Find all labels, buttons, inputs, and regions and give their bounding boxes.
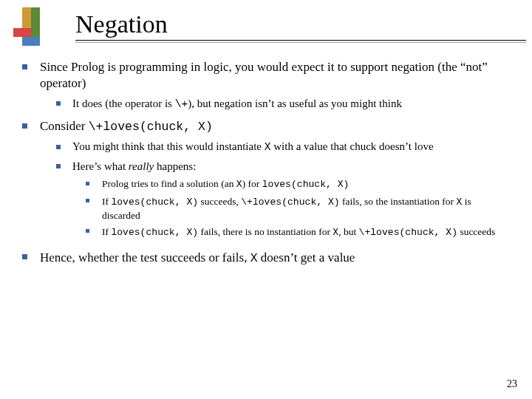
code-x: X — [236, 179, 242, 190]
code-notplus: \+ — [175, 98, 188, 110]
text: If — [102, 196, 111, 207]
text: with a value that chuck doesn’t love — [270, 140, 433, 152]
square-bullet-icon — [22, 123, 27, 129]
code-notloves: \+loves(chuck, X) — [359, 227, 457, 238]
page-title: Negation — [75, 10, 510, 38]
bullet-text: Since Prolog is programming in logic, yo… — [40, 60, 488, 90]
text: If — [102, 226, 111, 237]
bullet-consider: Consider \+loves(chuck, X) You might thi… — [22, 118, 510, 239]
text: Prolog tries to find a solution (an — [102, 178, 236, 189]
square-bullet-icon — [86, 182, 89, 185]
slide: Negation Since Prolog is programming in … — [0, 0, 532, 399]
square-bullet-icon — [22, 254, 27, 259]
title-rule-bottom — [75, 42, 526, 43]
code-loves: loves(chuck, X) — [111, 197, 198, 208]
page-number: 23 — [507, 378, 517, 390]
bullet-hence: Hence, whether the test succeeds or fail… — [22, 250, 510, 266]
square-bullet-icon — [56, 101, 61, 106]
slide-logo-icon — [9, 7, 52, 46]
code-x: X — [250, 251, 258, 265]
square-bullet-icon — [56, 164, 61, 168]
bullet-if-succeeds: If loves(chuck, X) succeeds, \+loves(chu… — [86, 195, 510, 222]
square-bullet-icon — [56, 145, 61, 149]
text: Hence, whether the test succeeds or fail… — [40, 250, 250, 265]
text: , but — [338, 226, 358, 237]
content-body: Since Prolog is programming in logic, yo… — [22, 59, 510, 266]
bullet-it-does: It does (the operator is \+), but negati… — [56, 97, 510, 112]
square-bullet-icon — [22, 64, 27, 69]
text: fails, so the instantiation for — [340, 196, 457, 207]
title-rule-top — [75, 40, 526, 41]
text: Here’s what — [72, 160, 129, 172]
text: It does (the operator is — [72, 98, 175, 109]
code-notloves: \+loves(chuck, X) — [241, 197, 339, 208]
bullet-prolog-tries: Prolog tries to find a solution (an X) f… — [86, 177, 510, 191]
text-em-really: really — [129, 160, 154, 172]
code-loves: loves(chuck, X) — [262, 179, 349, 190]
square-bullet-icon — [86, 229, 89, 233]
text: ), but negation isn’t as useful as you m… — [188, 98, 402, 109]
text: doesn’t get a value — [258, 250, 355, 265]
code-loves: \+loves(chuck, X) — [89, 120, 213, 134]
text: Consider — [40, 119, 89, 133]
bullet-if-fails: If loves(chuck, X) fails, there is no in… — [86, 225, 510, 239]
text: ) for — [242, 178, 262, 189]
code-x: X — [332, 227, 338, 238]
code-loves: loves(chuck, X) — [111, 227, 198, 238]
title-block: Negation — [75, 10, 510, 43]
square-bullet-icon — [86, 199, 89, 202]
text: happens: — [154, 160, 196, 172]
bullet-since-prolog: Since Prolog is programming in logic, yo… — [22, 59, 510, 111]
text: You might think that this would instanti… — [72, 140, 265, 152]
bullet-you-might-think: You might think that this would instanti… — [56, 140, 510, 154]
text: fails, there is no instantiation for — [198, 226, 332, 237]
bullet-heres-what-happens: Here’s what really happens: Prolog tries… — [56, 160, 510, 239]
text: succeeds — [457, 226, 495, 237]
text: succeeds, — [198, 196, 241, 207]
